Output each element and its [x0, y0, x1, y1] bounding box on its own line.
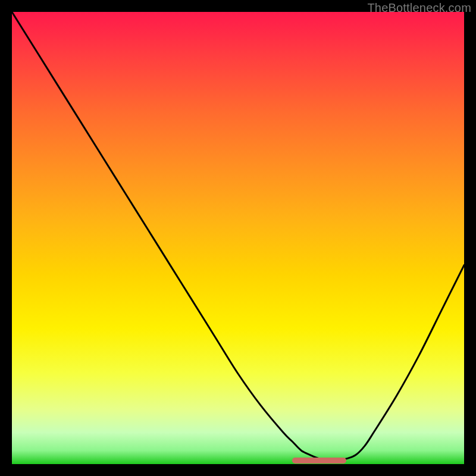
- curve-svg: [12, 12, 464, 464]
- chart-frame: TheBottleneck.com: [0, 0, 476, 476]
- bottleneck-curve-path: [12, 12, 464, 461]
- minimum-marker: [292, 458, 346, 464]
- plot-area: [12, 12, 464, 464]
